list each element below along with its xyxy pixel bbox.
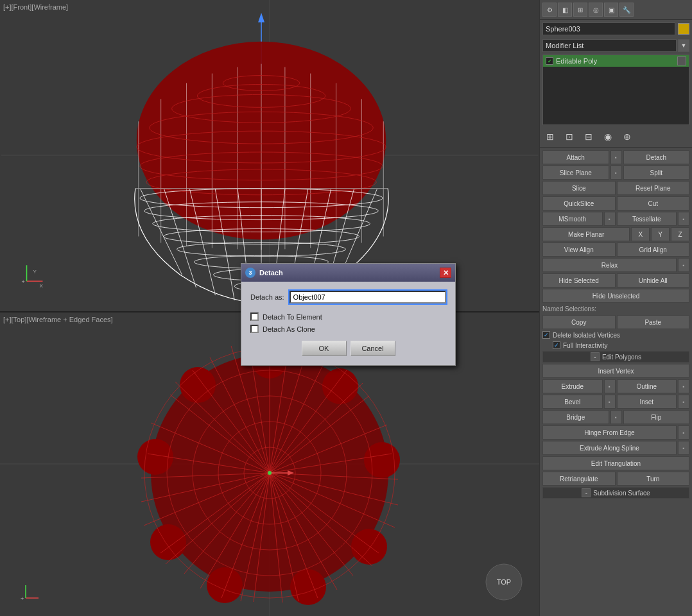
- full-interactivity-checkbox[interactable]: [553, 341, 560, 349]
- hide-unselected-button[interactable]: Hide Unselected: [542, 289, 689, 303]
- sub-icon-5[interactable]: ⊕: [619, 129, 635, 144]
- viewport-top-label: [+][Front][Wireframe]: [3, 3, 68, 11]
- make-planar-button[interactable]: Make Planar: [542, 227, 630, 241]
- svg-point-62: [180, 367, 216, 403]
- quickslice-button[interactable]: QuickSlice: [542, 196, 616, 210]
- svg-point-59: [207, 567, 243, 603]
- slice-plane-settings-icon[interactable]: [610, 166, 622, 180]
- svg-point-57: [351, 529, 387, 565]
- detach-to-element-label: Detach To Element: [263, 313, 322, 321]
- svg-text:TOP: TOP: [497, 578, 511, 586]
- sub-icon-2[interactable]: ⊡: [562, 129, 577, 144]
- svg-point-56: [364, 442, 400, 478]
- detach-as-clone-checkbox[interactable]: [250, 325, 259, 333]
- gear-icon[interactable]: ⚙: [542, 3, 557, 17]
- delete-isolated-label: Delete Isolated Vertices: [553, 332, 620, 339]
- turn-button[interactable]: Turn: [617, 472, 690, 486]
- motion-icon[interactable]: ◎: [589, 3, 603, 17]
- svg-text:+: +: [21, 595, 24, 602]
- editable-poly-modifier[interactable]: ✓ Editable Poly: [543, 55, 689, 67]
- svg-text:Y: Y: [33, 269, 37, 275]
- dialog-icon: 3: [245, 268, 255, 278]
- msmooth-button[interactable]: MSmooth: [542, 212, 603, 226]
- extra-icon[interactable]: 🔧: [619, 3, 634, 17]
- extrude-spline-settings-icon[interactable]: [678, 441, 689, 455]
- sub-icon-4[interactable]: ◉: [600, 129, 616, 144]
- modifier-checkbox[interactable]: ✓: [546, 57, 553, 65]
- viewport-bottom-label: [+][Top][Wireframe + Edged Faces]: [3, 316, 113, 323]
- hide-selected-button[interactable]: Hide Selected: [542, 273, 616, 287]
- sub-icon-1[interactable]: ⊞: [542, 129, 558, 144]
- extrude-button[interactable]: Extrude: [542, 379, 603, 393]
- subdivision-surface-section[interactable]: - Subdivision Surface: [542, 487, 689, 499]
- msmooth-settings-icon[interactable]: [604, 212, 616, 226]
- dialog-ok-button[interactable]: OK: [302, 341, 347, 356]
- tessellate-settings-icon[interactable]: [678, 212, 689, 226]
- inset-settings-icon[interactable]: [678, 395, 689, 409]
- detach-dialog: 3 Detach ✕ Detach as: Detach To Element …: [241, 263, 456, 366]
- slice-button[interactable]: Slice: [542, 181, 616, 195]
- subdivision-surface-label: Subdivision Surface: [593, 490, 650, 497]
- extrude-along-spline-button[interactable]: Extrude Along Spline: [542, 441, 677, 455]
- extrude-settings-icon[interactable]: [604, 379, 616, 393]
- dialog-cancel-button[interactable]: Cancel: [350, 341, 395, 356]
- tessellate-button[interactable]: Tessellate: [617, 212, 677, 226]
- hinge-from-edge-button[interactable]: Hinge From Edge: [542, 425, 677, 440]
- modifier-list-dropdown[interactable]: ▼: [678, 39, 689, 52]
- edit-polygons-section[interactable]: - Edit Polygons: [542, 351, 689, 363]
- attach-button[interactable]: Attach: [542, 150, 609, 164]
- reset-plane-button[interactable]: Reset Plane: [617, 181, 690, 195]
- relax-settings-icon[interactable]: [678, 258, 689, 272]
- detach-as-label: Detach as:: [250, 293, 284, 301]
- svg-text:+: +: [22, 278, 25, 285]
- detach-as-input[interactable]: [290, 291, 446, 304]
- copy-button[interactable]: Copy: [542, 315, 616, 329]
- object-color-swatch[interactable]: [678, 23, 689, 35]
- subdivision-collapse-icon[interactable]: -: [582, 488, 591, 497]
- sub-icon-3[interactable]: ⊟: [581, 129, 596, 144]
- display-icon[interactable]: ◧: [558, 3, 572, 17]
- x-button[interactable]: X: [631, 227, 650, 241]
- dialog-title: Detach: [259, 269, 440, 277]
- full-interactivity-label: Full Interactivity: [563, 342, 607, 349]
- insert-vertex-button[interactable]: Insert Vertex: [542, 364, 689, 378]
- retriangulate-button[interactable]: Retriangulate: [542, 472, 616, 486]
- detach-button[interactable]: Detach: [623, 150, 690, 164]
- grid-align-button[interactable]: Grid Align: [617, 243, 690, 257]
- unhide-all-button[interactable]: Unhide All: [617, 273, 690, 287]
- outline-button[interactable]: Outline: [617, 379, 677, 393]
- object-name-input[interactable]: [542, 22, 675, 35]
- hierarchy-icon[interactable]: ⊞: [573, 3, 587, 17]
- named-selections-label: Named Selections:: [542, 304, 596, 314]
- bevel-settings-icon[interactable]: [604, 395, 616, 409]
- view-align-button[interactable]: View Align: [542, 243, 616, 257]
- bridge-button[interactable]: Bridge: [542, 410, 609, 424]
- utilities-icon[interactable]: ▣: [604, 3, 618, 17]
- attach-settings-icon[interactable]: [610, 150, 622, 164]
- y-button[interactable]: Y: [651, 227, 670, 241]
- modifier-settings-icon[interactable]: [677, 56, 686, 65]
- cut-button[interactable]: Cut: [617, 196, 690, 210]
- paste-button[interactable]: Paste: [617, 315, 690, 329]
- detach-to-element-checkbox[interactable]: [250, 312, 259, 321]
- bridge-settings-icon[interactable]: [610, 410, 622, 424]
- split-button[interactable]: Split: [623, 166, 690, 180]
- inset-button[interactable]: Inset: [617, 395, 677, 409]
- bevel-button[interactable]: Bevel: [542, 395, 603, 409]
- edit-polygons-label: Edit Polygons: [602, 354, 641, 361]
- section-collapse-icon[interactable]: -: [591, 352, 600, 361]
- flip-button[interactable]: Flip: [623, 410, 690, 424]
- modifier-name: Editable Poly: [556, 57, 597, 65]
- dialog-close-button[interactable]: ✕: [440, 268, 451, 278]
- z-button[interactable]: Z: [671, 227, 689, 241]
- delete-isolated-checkbox[interactable]: [542, 331, 550, 339]
- hinge-settings-icon[interactable]: [678, 425, 689, 440]
- svg-point-60: [150, 524, 186, 560]
- modifier-list-label: Modifier List: [542, 39, 677, 52]
- relax-button[interactable]: Relax: [542, 258, 677, 272]
- svg-text:X: X: [39, 283, 43, 289]
- outline-settings-icon[interactable]: [678, 379, 689, 393]
- slice-plane-button[interactable]: Slice Plane: [542, 166, 609, 180]
- edit-triangulation-button[interactable]: Edit Triangulation: [542, 456, 689, 470]
- svg-point-55: [322, 368, 358, 404]
